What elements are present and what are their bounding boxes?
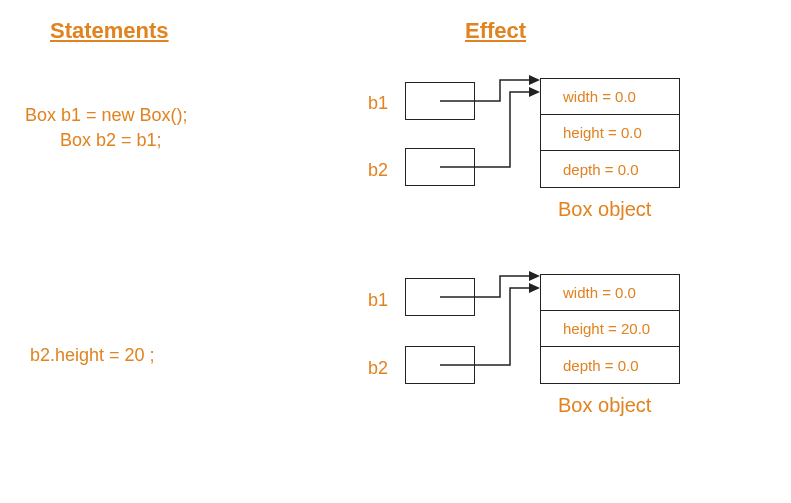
svg-marker-0 [529,75,540,85]
row1-code-line2: Box b2 = b1; [60,130,162,151]
row2-obj-depth: depth = 0.0 [541,347,679,383]
row1-obj-height: height = 0.0 [541,115,679,151]
svg-marker-3 [529,283,540,293]
heading-effect: Effect [465,18,526,44]
row2-obj-height: height = 20.0 [541,311,679,347]
arrows-overlay [0,0,791,503]
row1-box-caption: Box object [558,198,651,221]
row1-b2-refbox [405,148,475,186]
row1-object-box: width = 0.0 height = 0.0 depth = 0.0 [540,78,680,188]
row1-b1-label: b1 [368,93,388,114]
row1-b1-refbox [405,82,475,120]
heading-statements: Statements [50,18,169,44]
row2-object-box: width = 0.0 height = 20.0 depth = 0.0 [540,274,680,384]
svg-marker-1 [529,87,540,97]
row1-b2-label: b2 [368,160,388,181]
row2-b1-refbox [405,278,475,316]
row1-obj-depth: depth = 0.0 [541,151,679,187]
row2-b2-refbox [405,346,475,384]
row2-b2-label: b2 [368,358,388,379]
row2-b1-label: b1 [368,290,388,311]
row1-code-line1: Box b1 = new Box(); [25,105,188,126]
row2-code-line1: b2.height = 20 ; [30,345,155,366]
svg-marker-2 [529,271,540,281]
row1-obj-width: width = 0.0 [541,79,679,115]
row2-box-caption: Box object [558,394,651,417]
row2-obj-width: width = 0.0 [541,275,679,311]
